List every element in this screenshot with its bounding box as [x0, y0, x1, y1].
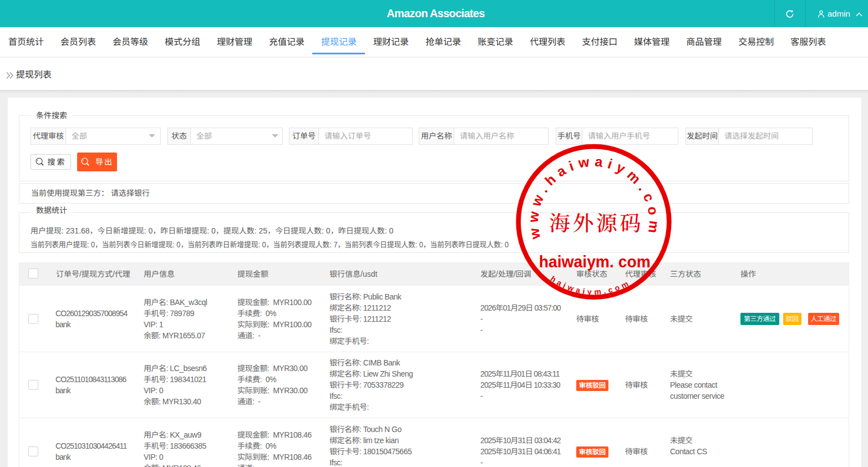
svg-text:海外源码: 海外源码 — [549, 206, 643, 237]
svg-text:haiwaiym. com: haiwaiym. com — [539, 252, 651, 271]
